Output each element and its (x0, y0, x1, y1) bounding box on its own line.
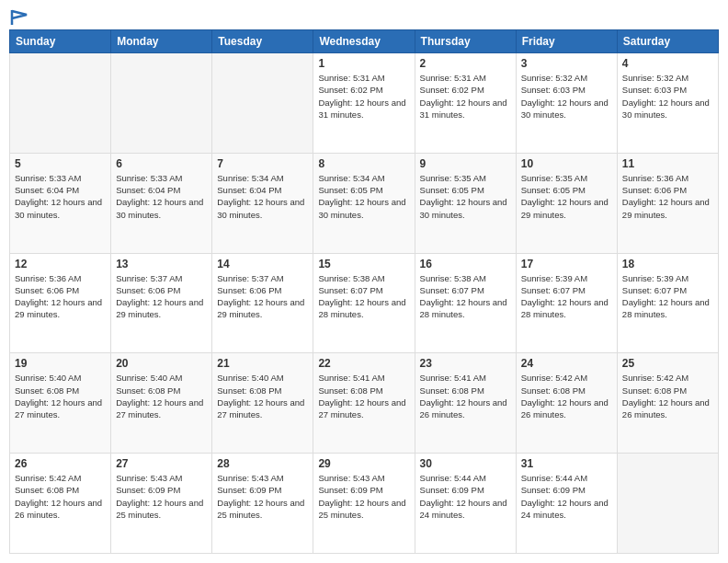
day-info: Sunrise: 5:36 AM Sunset: 6:06 PM Dayligh… (15, 272, 106, 321)
day-number: 1 (318, 57, 409, 70)
day-info: Sunrise: 5:39 AM Sunset: 6:07 PM Dayligh… (521, 272, 612, 321)
day-number: 27 (116, 457, 207, 470)
calendar-cell: 21Sunrise: 5:40 AM Sunset: 6:08 PM Dayli… (212, 353, 313, 454)
day-number: 28 (217, 457, 308, 470)
calendar-cell: 7Sunrise: 5:34 AM Sunset: 6:04 PM Daylig… (212, 153, 313, 253)
day-info: Sunrise: 5:37 AM Sunset: 6:06 PM Dayligh… (116, 272, 207, 321)
day-number: 24 (521, 357, 612, 370)
day-number: 13 (116, 258, 207, 270)
day-info: Sunrise: 5:33 AM Sunset: 6:04 PM Dayligh… (116, 172, 207, 221)
calendar-cell: 2Sunrise: 5:31 AM Sunset: 6:02 PM Daylig… (415, 53, 516, 154)
weekday-header-thursday: Thursday (415, 30, 516, 53)
calendar-cell: 15Sunrise: 5:38 AM Sunset: 6:07 PM Dayli… (313, 253, 415, 353)
day-number: 7 (217, 157, 308, 170)
day-number: 15 (318, 258, 409, 270)
calendar-cell (617, 454, 718, 554)
calendar-cell: 5Sunrise: 5:33 AM Sunset: 6:04 PM Daylig… (10, 153, 111, 253)
calendar-cell: 14Sunrise: 5:37 AM Sunset: 6:06 PM Dayli… (212, 253, 313, 353)
day-info: Sunrise: 5:44 AM Sunset: 6:09 PM Dayligh… (521, 472, 612, 521)
calendar-cell: 24Sunrise: 5:42 AM Sunset: 6:08 PM Dayli… (516, 353, 617, 454)
weekday-header-friday: Friday (516, 30, 617, 53)
day-info: Sunrise: 5:41 AM Sunset: 6:08 PM Dayligh… (420, 372, 511, 420)
day-number: 26 (15, 457, 106, 470)
day-info: Sunrise: 5:42 AM Sunset: 6:08 PM Dayligh… (622, 372, 713, 420)
day-number: 16 (420, 258, 511, 270)
calendar-cell: 27Sunrise: 5:43 AM Sunset: 6:09 PM Dayli… (111, 454, 212, 554)
calendar-cell: 1Sunrise: 5:31 AM Sunset: 6:02 PM Daylig… (313, 53, 415, 154)
day-number: 22 (318, 357, 409, 370)
day-number: 10 (521, 157, 612, 170)
calendar-cell: 4Sunrise: 5:32 AM Sunset: 6:03 PM Daylig… (617, 53, 718, 154)
weekday-header-monday: Monday (111, 30, 212, 53)
day-number: 29 (318, 457, 409, 470)
weekday-header-sunday: Sunday (10, 30, 111, 53)
day-info: Sunrise: 5:44 AM Sunset: 6:09 PM Dayligh… (420, 472, 511, 521)
day-number: 2 (420, 57, 511, 70)
calendar-cell: 29Sunrise: 5:43 AM Sunset: 6:09 PM Dayli… (313, 454, 415, 554)
calendar-cell (111, 53, 212, 154)
calendar-cell: 19Sunrise: 5:40 AM Sunset: 6:08 PM Dayli… (10, 353, 111, 454)
calendar-cell: 9Sunrise: 5:35 AM Sunset: 6:05 PM Daylig… (415, 153, 516, 253)
day-info: Sunrise: 5:37 AM Sunset: 6:06 PM Dayligh… (217, 272, 308, 321)
day-number: 23 (420, 357, 511, 370)
day-info: Sunrise: 5:31 AM Sunset: 6:02 PM Dayligh… (420, 72, 511, 121)
day-number: 6 (116, 157, 207, 170)
day-info: Sunrise: 5:39 AM Sunset: 6:07 PM Dayligh… (622, 272, 713, 321)
day-info: Sunrise: 5:42 AM Sunset: 6:08 PM Dayligh… (521, 372, 612, 420)
day-number: 3 (521, 57, 612, 70)
day-number: 31 (521, 457, 612, 470)
day-info: Sunrise: 5:32 AM Sunset: 6:03 PM Dayligh… (521, 72, 612, 121)
day-number: 18 (622, 258, 713, 270)
day-info: Sunrise: 5:33 AM Sunset: 6:04 PM Dayligh… (15, 172, 106, 221)
day-number: 25 (622, 357, 713, 370)
weekday-header-saturday: Saturday (617, 30, 718, 53)
day-number: 4 (622, 57, 713, 70)
day-number: 9 (420, 157, 511, 170)
day-number: 20 (116, 357, 207, 370)
calendar-cell: 17Sunrise: 5:39 AM Sunset: 6:07 PM Dayli… (516, 253, 617, 353)
day-info: Sunrise: 5:34 AM Sunset: 6:05 PM Dayligh… (318, 172, 409, 221)
calendar-cell: 30Sunrise: 5:44 AM Sunset: 6:09 PM Dayli… (415, 454, 516, 554)
day-number: 17 (521, 258, 612, 270)
day-info: Sunrise: 5:40 AM Sunset: 6:08 PM Dayligh… (15, 372, 106, 420)
day-info: Sunrise: 5:43 AM Sunset: 6:09 PM Dayligh… (217, 472, 308, 521)
day-number: 21 (217, 357, 308, 370)
header (9, 9, 719, 22)
calendar-cell: 6Sunrise: 5:33 AM Sunset: 6:04 PM Daylig… (111, 153, 212, 253)
day-info: Sunrise: 5:36 AM Sunset: 6:06 PM Dayligh… (622, 172, 713, 221)
day-info: Sunrise: 5:43 AM Sunset: 6:09 PM Dayligh… (318, 472, 409, 521)
day-number: 11 (622, 157, 713, 170)
day-info: Sunrise: 5:41 AM Sunset: 6:08 PM Dayligh… (318, 372, 409, 420)
day-number: 19 (15, 357, 106, 370)
calendar-cell: 26Sunrise: 5:42 AM Sunset: 6:08 PM Dayli… (10, 454, 111, 554)
weekday-header-wednesday: Wednesday (313, 30, 415, 53)
calendar-cell: 16Sunrise: 5:38 AM Sunset: 6:07 PM Dayli… (415, 253, 516, 353)
day-number: 5 (15, 157, 106, 170)
day-info: Sunrise: 5:40 AM Sunset: 6:08 PM Dayligh… (217, 372, 308, 420)
calendar-cell: 18Sunrise: 5:39 AM Sunset: 6:07 PM Dayli… (617, 253, 718, 353)
day-info: Sunrise: 5:34 AM Sunset: 6:04 PM Dayligh… (217, 172, 308, 221)
logo (9, 9, 30, 22)
calendar-cell: 23Sunrise: 5:41 AM Sunset: 6:08 PM Dayli… (415, 353, 516, 454)
calendar-cell (10, 53, 111, 154)
day-number: 12 (15, 258, 106, 270)
day-number: 8 (318, 157, 409, 170)
day-info: Sunrise: 5:35 AM Sunset: 6:05 PM Dayligh… (521, 172, 612, 221)
weekday-header-tuesday: Tuesday (212, 30, 313, 53)
day-info: Sunrise: 5:38 AM Sunset: 6:07 PM Dayligh… (420, 272, 511, 321)
calendar-cell: 25Sunrise: 5:42 AM Sunset: 6:08 PM Dayli… (617, 353, 718, 454)
calendar-table: SundayMondayTuesdayWednesdayThursdayFrid… (9, 29, 719, 554)
calendar-cell: 22Sunrise: 5:41 AM Sunset: 6:08 PM Dayli… (313, 353, 415, 454)
day-info: Sunrise: 5:43 AM Sunset: 6:09 PM Dayligh… (116, 472, 207, 521)
calendar-cell: 3Sunrise: 5:32 AM Sunset: 6:03 PM Daylig… (516, 53, 617, 154)
calendar-cell: 13Sunrise: 5:37 AM Sunset: 6:06 PM Dayli… (111, 253, 212, 353)
day-info: Sunrise: 5:31 AM Sunset: 6:02 PM Dayligh… (318, 72, 409, 121)
calendar-cell: 12Sunrise: 5:36 AM Sunset: 6:06 PM Dayli… (10, 253, 111, 353)
day-info: Sunrise: 5:40 AM Sunset: 6:08 PM Dayligh… (116, 372, 207, 420)
logo-flag-icon (10, 9, 30, 26)
calendar-cell: 8Sunrise: 5:34 AM Sunset: 6:05 PM Daylig… (313, 153, 415, 253)
day-number: 14 (217, 258, 308, 270)
calendar-cell: 11Sunrise: 5:36 AM Sunset: 6:06 PM Dayli… (617, 153, 718, 253)
page: SundayMondayTuesdayWednesdayThursdayFrid… (0, 0, 728, 563)
calendar-cell (212, 53, 313, 154)
